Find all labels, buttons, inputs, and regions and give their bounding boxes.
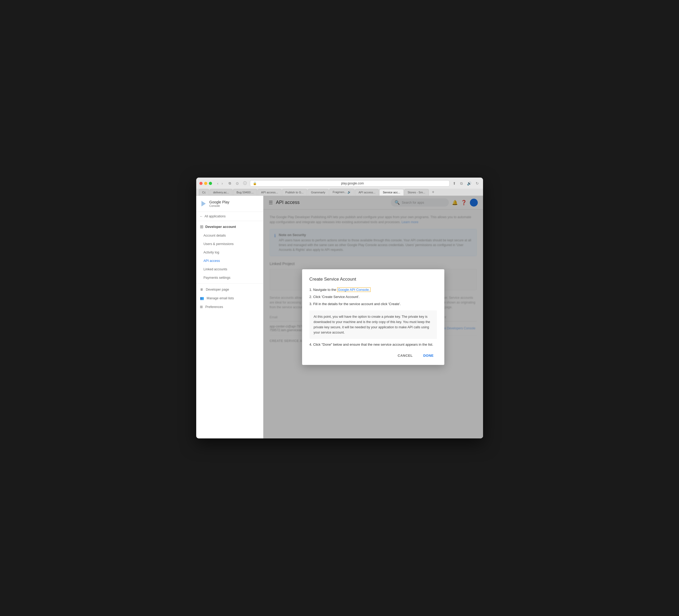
sidebar-item-label: Users & permissions <box>203 242 234 246</box>
url-text: play.google.com <box>258 182 447 185</box>
sidebar-item-users-permissions[interactable]: Users & permissions <box>196 240 263 248</box>
modal-step1: 1. Navigate to the Google API Console. <box>310 287 437 293</box>
tab-cc[interactable]: Cc <box>199 189 209 195</box>
tab-fragment[interactable]: Fragmen... 🔊 <box>329 189 355 195</box>
sidebar-item-label: Preferences <box>205 305 223 309</box>
sidebar-section-title: Developer account <box>205 225 236 229</box>
sidebar: Google Play Console ← All applications ⊞… <box>196 196 263 438</box>
modal-steps: 1. Navigate to the Google API Console. 2… <box>310 287 437 307</box>
share-button[interactable]: ⬆ <box>452 181 457 186</box>
svg-marker-0 <box>201 201 205 207</box>
tab-api1[interactable]: API access... <box>258 189 281 195</box>
developer-page-icon: 🖥 <box>200 288 203 291</box>
tab-view-button[interactable]: ⧉ <box>227 181 233 186</box>
url-bar[interactable]: 🔒 play.google.com <box>250 180 450 187</box>
sidebar-section-header: ⊞ Developer account <box>196 221 263 231</box>
logo-sub: Console <box>209 204 229 207</box>
main-area: ☰ API access 🔍 Search for apps 🔔 ❓ The G… <box>263 196 483 438</box>
sidebar-item-label: Activity log <box>203 251 219 254</box>
sidebar-item-payments[interactable]: Payments settings <box>196 274 263 282</box>
info-button[interactable]: ⓘ <box>242 181 248 186</box>
create-service-account-modal: Create Service Account 1. Navigate to th… <box>302 269 444 365</box>
lock-icon: 🔒 <box>253 182 257 185</box>
modal-actions: CANCEL DONE <box>310 351 437 360</box>
sidebar-item-activity-log[interactable]: Activity log <box>196 248 263 257</box>
modal-step1-prefix: 1. Navigate to the <box>310 288 336 292</box>
cancel-button[interactable]: CANCEL <box>394 351 416 360</box>
new-tab-button[interactable]: ⧉ <box>459 181 464 186</box>
back-button[interactable]: ‹ <box>216 181 220 186</box>
sidebar-item-api-access[interactable]: API access <box>196 257 263 265</box>
tab-bug[interactable]: Bug 59400:... <box>233 189 257 195</box>
sidebar-divider <box>196 283 263 284</box>
sidebar-item-label: API access <box>203 259 220 263</box>
home-button[interactable]: ⊙ <box>235 181 240 186</box>
sidebar-item-label: Manage email lists <box>207 297 234 300</box>
sidebar-item-linked-accounts[interactable]: Linked accounts <box>196 265 263 274</box>
refresh-button[interactable]: ↻ <box>475 181 480 186</box>
sidebar-item-label: Account details <box>203 234 226 237</box>
modal-step4: 4. Click "Done" below and ensure that th… <box>310 342 437 347</box>
sidebar-item-label: Linked accounts <box>203 268 227 271</box>
sidebar-item-label: Payments settings <box>203 276 230 280</box>
sidebar-logo[interactable]: Google Play Console <box>196 196 263 212</box>
preferences-icon: ⊞ <box>200 305 203 309</box>
tab-api2[interactable]: API access... <box>355 189 379 195</box>
logo-app-name: Google Play <box>209 200 229 204</box>
back-arrow-icon: ← <box>200 214 203 218</box>
sidebar-item-label: Developer page <box>206 288 229 291</box>
minimize-button[interactable] <box>204 182 207 185</box>
modal-title: Create Service Account <box>310 277 437 282</box>
all-applications-back[interactable]: ← All applications <box>196 212 263 221</box>
back-label: All applications <box>205 214 226 218</box>
modal-step3: 3. Fill in the details for the service a… <box>310 301 437 307</box>
new-tab-plus-button[interactable]: + <box>430 189 437 195</box>
developer-account-icon: ⊞ <box>200 224 203 229</box>
sidebar-item-preferences[interactable]: ⊞ Preferences <box>196 303 263 311</box>
email-lists-icon: 👥 <box>200 296 204 300</box>
done-button[interactable]: DONE <box>420 351 437 360</box>
sidebar-item-account-details[interactable]: Account details <box>196 231 263 240</box>
modal-note: At this point, you will have the option … <box>310 310 437 339</box>
forward-button[interactable]: › <box>221 181 224 186</box>
tab-service-acc[interactable]: Service acc... <box>379 189 403 195</box>
maximize-button[interactable] <box>209 182 212 185</box>
sidebar-item-email-lists[interactable]: 👥 Manage email lists <box>196 294 263 303</box>
sound-button[interactable]: 🔊 <box>466 181 473 186</box>
google-play-icon <box>200 200 207 207</box>
tab-bar: Cc delivery.ac... Bug 59400:... API acce… <box>196 189 483 195</box>
sidebar-item-developer-page[interactable]: 🖥 Developer page <box>196 285 263 294</box>
google-api-console-link[interactable]: Google API Console. <box>337 287 370 292</box>
tab-stores[interactable]: Stores - Sm... <box>404 189 429 195</box>
tab-grammarly[interactable]: Grammarly <box>308 189 329 195</box>
tab-publish[interactable]: Publish to G... <box>282 189 307 195</box>
close-button[interactable] <box>199 182 202 185</box>
tab-delivery[interactable]: delivery.ac... <box>209 189 233 195</box>
modal-step2: 2. Click 'Create Service Account'. <box>310 294 437 300</box>
modal-overlay: Create Service Account 1. Navigate to th… <box>263 196 483 438</box>
